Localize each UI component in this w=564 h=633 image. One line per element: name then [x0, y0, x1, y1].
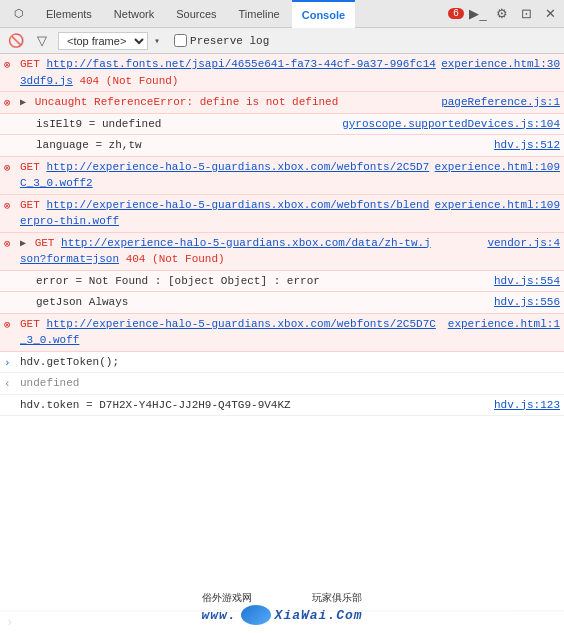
row-source-6[interactable]: vendor.js:4 — [440, 235, 560, 252]
row-source-1[interactable]: pageReference.js:1 — [440, 94, 560, 111]
row-text-2: isIElt9 = undefined — [20, 116, 338, 133]
row-content-12: hdv.token = D7H2X-Y4HJC-JJ2H9-Q4TG9-9V4K… — [20, 397, 560, 414]
console-output: ⊗ GET http://fast.fonts.net/jsapi/4655e6… — [0, 54, 564, 611]
clear-console-button[interactable]: 🚫 — [6, 31, 26, 51]
row-content-1: ▶ Uncaught ReferenceError: define is not… — [20, 94, 560, 111]
row-link-4[interactable]: http://experience-halo-5-guardians.xbox.… — [20, 161, 429, 190]
row-text-6: ▶ GET http://experience-halo-5-guardians… — [20, 235, 436, 268]
row-source-12[interactable]: hdv.js:123 — [440, 397, 560, 414]
row-content-11: undefined — [20, 375, 560, 392]
row-source-2[interactable]: gyroscope.supportedDevices.js:104 — [342, 116, 560, 133]
row-content-5: GET http://experience-halo-5-guardians.x… — [20, 197, 560, 230]
row-link-0[interactable]: http://fast.fonts.net/jsapi/4655e641-fa7… — [20, 58, 436, 87]
error-badge: 6 — [448, 8, 464, 19]
row-link-5[interactable]: http://experience-halo-5-guardians.xbox.… — [20, 199, 429, 228]
dock-button[interactable]: ⊡ — [516, 4, 536, 24]
error-icon-5: ⊗ — [4, 198, 11, 215]
console-row-8: getJson Always hdv.js:556 — [0, 292, 564, 314]
error-icon-9: ⊗ — [4, 317, 11, 334]
row-text-3: language = zh,tw — [20, 137, 436, 154]
tab-elements[interactable]: Elements — [36, 0, 102, 28]
row-source-4[interactable]: experience.html:109 — [435, 159, 560, 176]
row-content-4: GET http://experience-halo-5-guardians.x… — [20, 159, 560, 192]
row-content-8: getJson Always hdv.js:556 — [20, 294, 560, 311]
row-text-7: error = Not Found : [object Object] : er… — [20, 273, 436, 290]
settings-button[interactable]: ⚙ — [492, 4, 512, 24]
tab-cursor[interactable]: ⬡ — [4, 0, 34, 28]
topbar-icons: 6 ▶_ ⚙ ⊡ ✕ — [448, 4, 560, 24]
row-text-11: undefined — [20, 375, 560, 392]
row-text-0: GET http://fast.fonts.net/jsapi/4655e641… — [20, 56, 436, 89]
row-content-3: language = zh,tw hdv.js:512 — [20, 137, 560, 154]
terminal-button[interactable]: ▶_ — [468, 4, 488, 24]
tab-network[interactable]: Network — [104, 0, 164, 28]
console-row-12: hdv.token = D7H2X-Y4HJC-JJ2H9-Q4TG9-9V4K… — [0, 395, 564, 417]
console-input-row: › — [0, 611, 564, 633]
console-toolbar: 🚫 ▽ <top frame> ▾ Preserve log — [0, 28, 564, 54]
console-input[interactable] — [17, 616, 558, 629]
row-link-6[interactable]: http://experience-halo-5-guardians.xbox.… — [20, 237, 431, 266]
input-arrow-10: › — [4, 355, 11, 372]
error-icon-4: ⊗ — [4, 160, 11, 177]
console-row-6: ⊗ ▶ GET http://experience-halo-5-guardia… — [0, 233, 564, 271]
row-text-5: GET http://experience-halo-5-guardians.x… — [20, 197, 431, 230]
frame-dropdown-arrow: ▾ — [154, 35, 160, 47]
row-source-7[interactable]: hdv.js:554 — [440, 273, 560, 290]
console-row-10: › hdv.getToken(); — [0, 352, 564, 374]
output-arrow-11: ‹ — [4, 376, 11, 393]
row-text-8: getJson Always — [20, 294, 436, 311]
preserve-log-checkbox[interactable] — [174, 34, 187, 47]
row-source-5[interactable]: experience.html:109 — [435, 197, 560, 214]
row-content-0: GET http://fast.fonts.net/jsapi/4655e641… — [20, 56, 560, 89]
console-row-3: language = zh,tw hdv.js:512 — [0, 135, 564, 157]
tab-timeline[interactable]: Timeline — [229, 0, 290, 28]
row-text-4: GET http://experience-halo-5-guardians.x… — [20, 159, 431, 192]
row-content-7: error = Not Found : [object Object] : er… — [20, 273, 560, 290]
preserve-log-label[interactable]: Preserve log — [174, 34, 269, 47]
row-text-9: GET http://experience-halo-5-guardians.x… — [20, 316, 436, 349]
error-icon-6: ⊗ — [4, 236, 11, 253]
error-icon-1: ⊗ — [4, 95, 11, 112]
expand-arrow-1[interactable]: ▶ — [20, 97, 26, 108]
row-text-10: hdv.getToken(); — [20, 354, 560, 371]
tab-sources[interactable]: Sources — [166, 0, 226, 28]
filter-button[interactable]: ▽ — [32, 31, 52, 51]
console-row-1: ⊗ ▶ Uncaught ReferenceError: define is n… — [0, 92, 564, 114]
row-source-0[interactable]: experience.html:30 — [440, 56, 560, 73]
devtools-topbar: ⬡ Elements Network Sources Timeline Cons… — [0, 0, 564, 28]
console-row-7: error = Not Found : [object Object] : er… — [0, 271, 564, 293]
row-source-9[interactable]: experience.html:1 — [440, 316, 560, 333]
console-row-0: ⊗ GET http://fast.fonts.net/jsapi/4655e6… — [0, 54, 564, 92]
console-row-2: isIElt9 = undefined gyroscope.supportedD… — [0, 114, 564, 136]
console-row-11: ‹ undefined — [0, 373, 564, 395]
row-text-12: hdv.token = D7H2X-Y4HJC-JJ2H9-Q4TG9-9V4K… — [20, 397, 436, 414]
row-content-2: isIElt9 = undefined gyroscope.supportedD… — [20, 116, 560, 133]
row-link-9[interactable]: http://experience-halo-5-guardians.xbox.… — [20, 318, 436, 347]
console-row-4: ⊗ GET http://experience-halo-5-guardians… — [0, 157, 564, 195]
row-content-10: hdv.getToken(); — [20, 354, 560, 371]
row-source-3[interactable]: hdv.js:512 — [440, 137, 560, 154]
row-content-9: GET http://experience-halo-5-guardians.x… — [20, 316, 560, 349]
console-row-5: ⊗ GET http://experience-halo-5-guardians… — [0, 195, 564, 233]
frame-selector[interactable]: <top frame> — [58, 32, 148, 50]
row-content-6: ▶ GET http://experience-halo-5-guardians… — [20, 235, 560, 268]
expand-arrow-6[interactable]: ▶ — [20, 238, 26, 249]
close-button[interactable]: ✕ — [540, 4, 560, 24]
row-source-8[interactable]: hdv.js:556 — [440, 294, 560, 311]
row-text-1: ▶ Uncaught ReferenceError: define is not… — [20, 94, 436, 111]
console-prompt: › — [6, 616, 13, 630]
console-row-9: ⊗ GET http://experience-halo-5-guardians… — [0, 314, 564, 352]
error-icon-0: ⊗ — [4, 57, 11, 74]
tab-console[interactable]: Console — [292, 0, 355, 28]
